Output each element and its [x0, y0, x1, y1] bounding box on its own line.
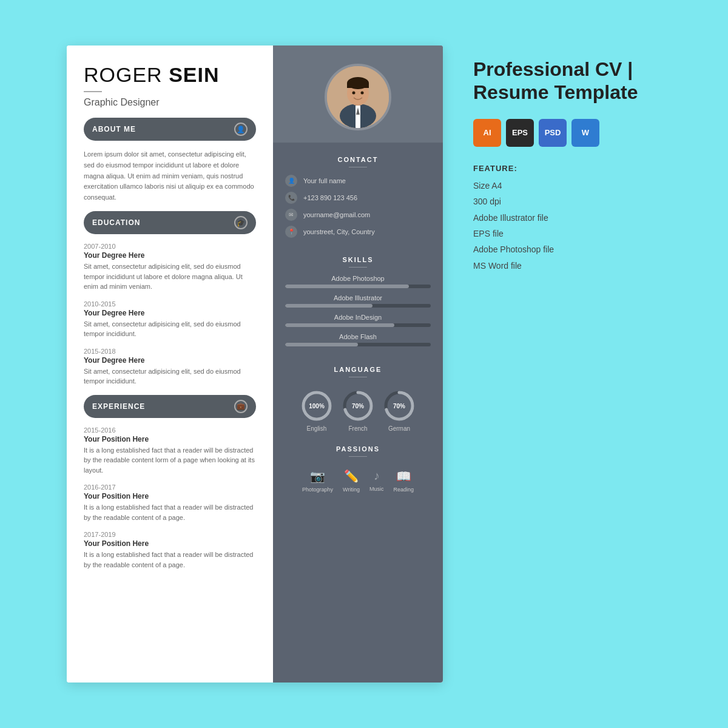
- product-title: Professional CV | Resume Template: [473, 58, 655, 104]
- photo-area: [273, 46, 443, 143]
- svg-point-8: [352, 92, 356, 95]
- language-divider: [349, 377, 367, 377]
- exp-title-1: Your Position Here: [84, 435, 256, 443]
- badge-eps: EPS: [506, 119, 534, 147]
- experience-header: EXPERIENCE 💼: [84, 395, 256, 418]
- exp-desc-3: It is a long established fact that a rea…: [84, 550, 256, 570]
- pencil-icon: ✏️: [344, 469, 359, 484]
- left-panel: ROGER SEIN Graphic Designer ABOUT ME 👤 L…: [67, 46, 273, 682]
- format-badges: AI EPS PSD W: [473, 119, 655, 147]
- skill-indesign-bar: [285, 323, 431, 327]
- skill-illustrator-label: Adobe Illustrator: [285, 294, 431, 302]
- passion-music-label: Music: [369, 486, 384, 492]
- svg-text:100%: 100%: [309, 403, 325, 410]
- contact-title: CONTACT: [338, 156, 379, 163]
- feature-ai: Adobe Illustrator file: [473, 211, 655, 224]
- exp-year-1: 2015-2016: [84, 426, 256, 434]
- name-title: ROGER SEIN Graphic Designer: [84, 64, 256, 108]
- svg-text:70%: 70%: [352, 403, 364, 410]
- exp-entry-2: 2016-2017 Your Position Here It is a lon…: [84, 484, 256, 522]
- feature-dpi: 300 dpi: [473, 195, 655, 208]
- passions-title: PASSIONS: [336, 445, 380, 453]
- passion-reading-label: Reading: [393, 487, 414, 493]
- contact-divider: [349, 167, 367, 167]
- feature-word: MS Word file: [473, 259, 655, 272]
- exp-year-2: 2016-2017: [84, 484, 256, 491]
- lang-english: 100% English: [300, 389, 333, 432]
- svg-rect-7: [347, 83, 369, 88]
- lang-french: 70% French: [342, 389, 374, 432]
- contact-item-email: ✉ yourname@gmail.com: [285, 209, 431, 221]
- edu-title-3: Your Degree Here: [84, 356, 256, 365]
- lang-french-circle: 70%: [342, 389, 374, 422]
- skill-flash-fill: [285, 343, 358, 346]
- edu-year-3: 2015-2018: [84, 348, 256, 355]
- main-container: ROGER SEIN Graphic Designer ABOUT ME 👤 L…: [42, 21, 686, 707]
- contact-list: 👤 Your full name 📞 +123 890 123 456 ✉ yo…: [273, 175, 443, 243]
- education-icon: 🎓: [234, 216, 248, 229]
- contact-item-phone: 📞 +123 890 123 456: [285, 192, 431, 204]
- badge-psd: PSD: [539, 119, 567, 147]
- exp-desc-1: It is a long established fact that a rea…: [84, 445, 256, 476]
- contact-item-name: 👤 Your full name: [285, 175, 431, 187]
- skill-flash: Adobe Flash: [285, 333, 431, 346]
- experience-icon: 💼: [234, 400, 248, 413]
- music-icon: ♪: [374, 469, 380, 483]
- about-me-label: ABOUT ME: [92, 125, 136, 133]
- language-title: LANGUAGE: [334, 366, 382, 373]
- skill-photoshop-fill: [285, 285, 409, 288]
- skill-indesign-label: Adobe InDesign: [285, 314, 431, 321]
- edu-year-2: 2010-2015: [84, 300, 256, 308]
- experience-label: EXPERIENCE: [92, 402, 145, 411]
- skill-photoshop: Adobe Photoshop: [285, 275, 431, 288]
- edu-desc-2: Sit amet, consectetur adipisicing elit, …: [84, 319, 256, 339]
- feature-psd: Adobe Photoshop file: [473, 243, 655, 256]
- edu-desc-3: Sit amet, consectetur adipisicing elit, …: [84, 366, 256, 386]
- feature-section: FEATURE: Size A4 300 dpi Adobe Illustrat…: [473, 164, 655, 272]
- passions-divider: [349, 456, 367, 457]
- badge-w: W: [571, 119, 599, 147]
- cv-card: ROGER SEIN Graphic Designer ABOUT ME 👤 L…: [67, 46, 443, 682]
- skills-divider: [349, 267, 367, 268]
- first-name: ROGER: [84, 63, 169, 86]
- passion-icons: 📷 Photography ✏️ Writing ♪ Music 📖 Readi…: [279, 469, 437, 493]
- skill-indesign-fill: [285, 323, 394, 327]
- education-header: EDUCATION 🎓: [84, 211, 256, 234]
- contact-person-icon: 👤: [285, 175, 297, 187]
- exp-year-3: 2017-2019: [84, 531, 256, 538]
- contact-email-icon: ✉: [285, 209, 297, 221]
- skill-photoshop-bar: [285, 285, 431, 288]
- exp-title-3: Your Position Here: [84, 539, 256, 548]
- passion-photography-label: Photography: [302, 487, 333, 493]
- language-section: 100% English 70% Fre: [273, 385, 443, 432]
- svg-point-9: [361, 92, 364, 95]
- skill-illustrator-bar: [285, 304, 431, 308]
- edu-title-1: Your Degree Here: [84, 251, 256, 260]
- lang-german-label: German: [388, 425, 410, 432]
- edu-title-2: Your Degree Here: [84, 309, 256, 317]
- exp-entry-3: 2017-2019 Your Position Here It is a lon…: [84, 531, 256, 570]
- skills-title: SKILLS: [342, 256, 373, 263]
- name-divider: [84, 91, 102, 92]
- skill-indesign: Adobe InDesign: [285, 314, 431, 327]
- contact-email-text: yourname@gmail.com: [303, 211, 370, 218]
- job-title: Graphic Designer: [84, 97, 256, 108]
- lang-english-label: English: [307, 425, 327, 432]
- book-icon: 📖: [396, 469, 411, 484]
- right-panel: CONTACT 👤 Your full name 📞 +123 890 123 …: [273, 46, 443, 682]
- camera-icon: 📷: [310, 469, 325, 484]
- edu-desc-1: Sit amet, consectetur adipisicing elit, …: [84, 261, 256, 292]
- skill-flash-label: Adobe Flash: [285, 333, 431, 340]
- feature-size: Size A4: [473, 179, 655, 192]
- education-label: EDUCATION: [92, 218, 140, 227]
- passion-reading: 📖 Reading: [393, 469, 414, 493]
- lang-german: 70% German: [383, 389, 416, 432]
- edu-entry-1: 2007-2010 Your Degree Here Sit amet, con…: [84, 243, 256, 292]
- passions-section: 📷 Photography ✏️ Writing ♪ Music 📖 Readi…: [273, 464, 443, 493]
- skills-list: Adobe Photoshop Adobe Illustrator Adobe …: [273, 275, 443, 352]
- language-circles: 100% English 70% Fre: [279, 389, 437, 432]
- full-name: ROGER SEIN: [84, 64, 256, 86]
- lang-german-circle: 70%: [383, 389, 416, 422]
- passion-writing-label: Writing: [343, 487, 360, 493]
- edu-entry-2: 2010-2015 Your Degree Here Sit amet, con…: [84, 300, 256, 339]
